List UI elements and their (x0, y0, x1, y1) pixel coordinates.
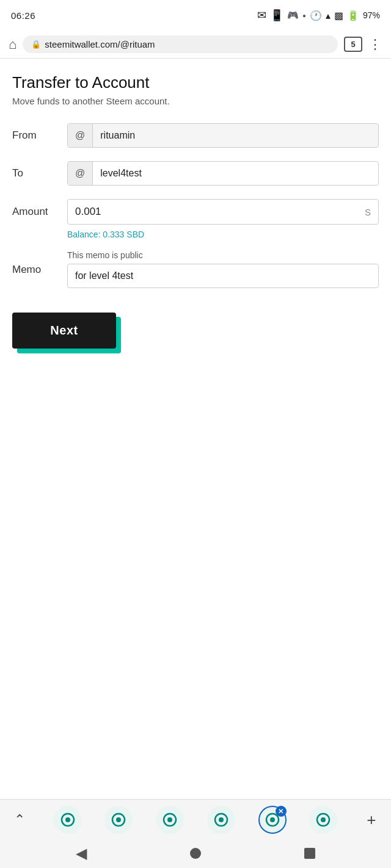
amount-row: Amount S (12, 199, 379, 225)
tab-icon-5-active[interactable]: ✕ (258, 806, 287, 834)
status-time: 06:26 (11, 10, 35, 21)
memo-input[interactable] (68, 264, 378, 288)
dot-icon: ● (302, 12, 306, 19)
svg-point-5 (167, 817, 172, 822)
from-row: From @ (12, 123, 379, 148)
next-button-wrap: Next (12, 313, 116, 349)
memo-input-wrap (67, 264, 379, 288)
clock-icon: 🕐 (310, 10, 322, 21)
tab-icon-1[interactable] (54, 806, 82, 834)
svg-point-1 (65, 817, 70, 822)
main-content: Transfer to Account Move funds to anothe… (0, 59, 391, 361)
to-row: To @ (12, 161, 379, 186)
memo-note: This memo is public (67, 250, 379, 260)
page-subtitle: Move funds to another Steem account. (12, 96, 379, 106)
from-label: From (12, 129, 67, 142)
chevron-up-icon[interactable]: ⌃ (9, 812, 31, 828)
add-tab-button[interactable]: + (360, 811, 382, 830)
url-bar[interactable]: 🔒 steemitwallet.com/@rituam (23, 35, 338, 53)
memo-label: Memo (12, 264, 67, 276)
back-button[interactable]: ◀ (76, 845, 87, 862)
tab-count[interactable]: 5 (344, 37, 362, 52)
battery-icon: 🔋 (347, 10, 359, 21)
tab-row: ⌃ (0, 800, 391, 840)
to-at-prefix: @ (68, 162, 93, 185)
svg-point-11 (321, 817, 326, 822)
status-icons: ✉ 📱 🎮 ● 🕐 ▴ ▩ 🔋 97% (257, 9, 380, 22)
lock-icon: 🔒 (31, 40, 41, 49)
page-title: Transfer to Account (12, 73, 379, 92)
amount-input[interactable] (68, 200, 357, 224)
svg-point-3 (116, 817, 121, 822)
game-icon: 🎮 (287, 10, 299, 21)
currency-suffix: S (357, 201, 378, 223)
home-button[interactable] (190, 848, 201, 859)
tab-icon-2[interactable] (104, 806, 133, 834)
battery-percent: 97% (363, 10, 380, 20)
messenger-icon: ✉ (257, 9, 266, 22)
recents-button[interactable] (304, 848, 315, 859)
bottom-bar: ⌃ (0, 799, 391, 868)
memo-row: Memo (12, 264, 379, 288)
browser-bar: ⌂ 🔒 steemitwallet.com/@rituam 5 ⋮ (0, 31, 391, 59)
to-input-wrap: @ (67, 161, 379, 186)
nav-row: ◀ (0, 840, 391, 868)
tab-icon-4[interactable] (207, 806, 235, 834)
to-label: To (12, 167, 67, 179)
from-at-prefix: @ (68, 124, 93, 147)
status-bar: 06:26 ✉ 📱 🎮 ● 🕐 ▴ ▩ 🔋 97% (0, 0, 391, 31)
more-icon[interactable]: ⋮ (368, 37, 382, 52)
tab-icon-3[interactable] (156, 806, 184, 834)
svg-point-7 (219, 817, 224, 822)
to-input[interactable] (93, 162, 378, 185)
balance-text: Balance: 0.333 SBD (67, 230, 379, 239)
next-button[interactable]: Next (12, 313, 116, 349)
wifi-icon: ▴ (326, 10, 331, 21)
whatsapp-icon: 📱 (270, 9, 283, 22)
amount-input-wrap: S (67, 199, 379, 225)
signal-icon: ▩ (334, 10, 343, 21)
from-input-wrap: @ (67, 123, 379, 148)
svg-point-9 (270, 817, 275, 822)
tab-icon-6[interactable] (309, 806, 337, 834)
home-icon[interactable]: ⌂ (9, 37, 16, 52)
url-text: steemitwallet.com/@rituam (45, 39, 155, 49)
from-input[interactable] (93, 124, 378, 147)
amount-label: Amount (12, 206, 67, 218)
close-tab-badge[interactable]: ✕ (276, 806, 287, 817)
